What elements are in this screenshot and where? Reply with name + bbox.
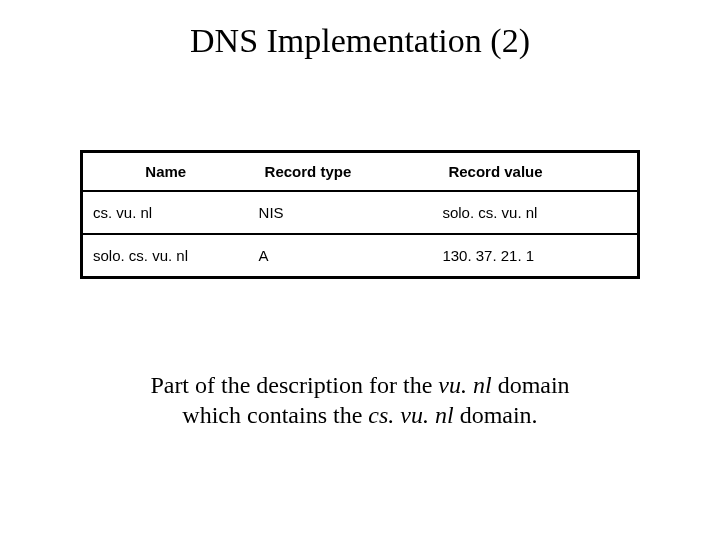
caption-text: domain. <box>454 402 538 428</box>
caption-domain-2: cs. vu. nl <box>368 402 453 428</box>
col-header-name: Name <box>82 152 249 192</box>
cell-name: cs. vu. nl <box>82 191 249 234</box>
table-header-row: Name Record type Record value <box>82 152 639 192</box>
caption-text: domain <box>492 372 570 398</box>
col-header-value: Record value <box>432 152 638 192</box>
cell-type: NIS <box>249 191 433 234</box>
slide-title: DNS Implementation (2) <box>0 0 720 60</box>
caption-domain-1: vu. nl <box>438 372 491 398</box>
cell-name: solo. cs. vu. nl <box>82 234 249 278</box>
table-row: cs. vu. nl NIS solo. cs. vu. nl <box>82 191 639 234</box>
cell-type: A <box>249 234 433 278</box>
cell-value: solo. cs. vu. nl <box>432 191 638 234</box>
caption-text: Part of the description for the <box>150 372 438 398</box>
dns-table: Name Record type Record value cs. vu. nl… <box>80 150 640 279</box>
caption: Part of the description for the vu. nl d… <box>0 370 720 430</box>
caption-text: which contains the <box>182 402 368 428</box>
cell-value: 130. 37. 21. 1 <box>432 234 638 278</box>
dns-table-container: Name Record type Record value cs. vu. nl… <box>80 150 640 279</box>
col-header-type: Record type <box>249 152 433 192</box>
table-row: solo. cs. vu. nl A 130. 37. 21. 1 <box>82 234 639 278</box>
